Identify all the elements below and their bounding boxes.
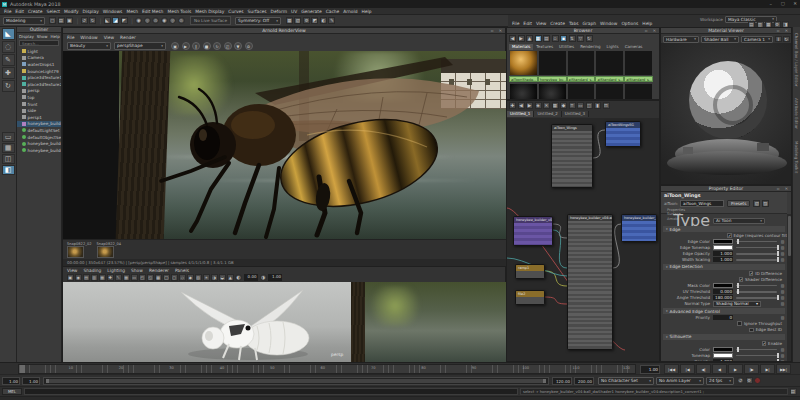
menu-item[interactable]: Deform bbox=[271, 9, 287, 14]
small-swatches-icon[interactable]: ▫ bbox=[552, 35, 559, 42]
material-swatch[interactable] bbox=[624, 83, 653, 101]
section-header[interactable]: ▾Silhouette bbox=[663, 334, 785, 340]
color-swatch[interactable] bbox=[713, 245, 733, 250]
save-image-button[interactable]: ▼ bbox=[234, 42, 242, 50]
forward-icon[interactable]: ▶ bbox=[518, 35, 525, 42]
region-button[interactable]: ◰ bbox=[224, 42, 232, 50]
node-graph[interactable]: aiToon_Wings aiToonWingsSG honeybee_buil… bbox=[507, 118, 660, 363]
snapshot-thumbnail[interactable] bbox=[97, 246, 114, 258]
snap-projected-center-icon[interactable]: ◉ bbox=[161, 17, 168, 24]
character-set-dropdown[interactable]: No Character Set▾ bbox=[598, 377, 654, 385]
grid-view-icon[interactable]: ▦ bbox=[535, 35, 542, 42]
back-icon[interactable]: ◀ bbox=[509, 35, 516, 42]
command-input[interactable] bbox=[24, 388, 518, 395]
render-frame-icon[interactable]: ▦ bbox=[286, 17, 293, 24]
parent-icon[interactable]: ▲ bbox=[526, 35, 533, 42]
hypershade-menu-item[interactable]: Window bbox=[600, 21, 617, 26]
file-save-icon[interactable]: ▣ bbox=[66, 17, 73, 24]
light-editor-icon[interactable]: ◐ bbox=[320, 17, 327, 24]
current-time-marker[interactable] bbox=[20, 365, 25, 373]
menu-item[interactable]: Arnold bbox=[343, 9, 357, 14]
playback-end-field[interactable]: 120.00 bbox=[552, 377, 572, 385]
step-forward-key-button[interactable]: |▶ bbox=[744, 364, 759, 374]
full-mode-icon[interactable]: ▮ bbox=[594, 102, 601, 109]
menu-item[interactable]: Mesh Tools bbox=[167, 9, 191, 14]
attribute-slider[interactable] bbox=[736, 355, 777, 357]
connect-texture-icon[interactable]: ▨ bbox=[780, 245, 785, 250]
animation-start-field[interactable]: 1.00 bbox=[2, 377, 20, 385]
show-connections-icon[interactable]: ≡ bbox=[569, 102, 576, 109]
exposure-field[interactable]: 0.00 bbox=[244, 274, 258, 281]
snap-point-icon[interactable]: ⊙ bbox=[152, 17, 159, 24]
bookmarks-icon[interactable]: ▥ bbox=[91, 274, 98, 281]
outliner-item[interactable]: side bbox=[17, 107, 61, 114]
exposure-icon[interactable]: ◐ bbox=[235, 274, 242, 281]
outliner-item[interactable]: defaultLightSet bbox=[17, 127, 61, 134]
attribute-slider[interactable] bbox=[736, 247, 777, 249]
file-new-icon[interactable]: ▢ bbox=[49, 17, 56, 24]
outliner-item[interactable]: persp bbox=[17, 88, 61, 95]
outliner-item[interactable]: defaultObjectSet bbox=[17, 134, 61, 141]
field-chart-icon[interactable]: ▩ bbox=[155, 274, 162, 281]
current-frame-field[interactable]: 1.00 bbox=[640, 365, 660, 374]
viewport-menu-item[interactable]: Panels bbox=[175, 268, 189, 273]
sidebar-vertical-tab[interactable]: Channel Box / Layer Editor bbox=[794, 33, 799, 86]
select-object-icon[interactable]: ◣ bbox=[104, 17, 111, 24]
material-swatch[interactable] bbox=[595, 50, 624, 76]
lights-icon[interactable]: ☀ bbox=[203, 274, 210, 281]
step-back-key-button[interactable]: ◀| bbox=[696, 364, 711, 374]
outliner-item[interactable]: waterDrops1 bbox=[17, 61, 61, 68]
attribute-value-field[interactable]: 1.000 bbox=[713, 257, 733, 262]
playback-loop-icon[interactable]: ↺ bbox=[737, 377, 744, 384]
hypershade-menu-item[interactable]: File bbox=[512, 21, 519, 26]
stop-button[interactable]: ■ bbox=[203, 42, 211, 50]
viewer-renderer-dropdown[interactable]: Hardware▾ bbox=[663, 36, 699, 43]
material-swatch[interactable] bbox=[538, 50, 567, 76]
film-gate-icon[interactable]: ▭ bbox=[131, 274, 138, 281]
property-scrollbar[interactable] bbox=[787, 214, 791, 362]
arnold-menu-item[interactable]: Render bbox=[120, 35, 136, 40]
minimize-button[interactable]: – bbox=[770, 1, 773, 7]
attribute-slider[interactable] bbox=[736, 285, 777, 287]
outliner-item[interactable]: place3dTexture2 bbox=[17, 81, 61, 88]
shader-node[interactable]: honeybee_builder_v04:aiToon_Body bbox=[567, 214, 613, 350]
rearrange-graph-icon[interactable]: ▦ bbox=[552, 102, 559, 109]
graph-downstream-icon[interactable]: ▶ bbox=[526, 102, 533, 109]
menu-item[interactable]: Mesh Display bbox=[195, 9, 224, 14]
type-dropdown[interactable]: Ai Toon▾ bbox=[713, 218, 765, 224]
connect-texture-icon[interactable]: ▨ bbox=[780, 283, 785, 288]
workarea-tab[interactable]: Untitled_2 bbox=[534, 111, 561, 117]
viewer-camera-dropdown[interactable]: Camera 1▾ bbox=[741, 36, 773, 43]
filter-icon[interactable]: ▽ bbox=[577, 35, 584, 42]
menu-item[interactable]: Edit Mesh bbox=[142, 9, 163, 14]
play-forwards-button[interactable]: ▶ bbox=[728, 364, 743, 374]
menu-item[interactable]: Display bbox=[83, 9, 99, 14]
arnold-menu-item[interactable]: View bbox=[104, 35, 114, 40]
symmetry-selector[interactable]: Symmetry: Off▾ bbox=[235, 17, 281, 25]
section-header[interactable]: ▾Advanced Edge Control bbox=[663, 308, 785, 314]
anim-layer-dropdown[interactable]: No Anim Layer▾ bbox=[656, 377, 704, 385]
command-language-toggle[interactable]: MEL bbox=[2, 388, 22, 395]
maximize-button[interactable]: ▢ bbox=[781, 1, 785, 6]
range-slider[interactable] bbox=[43, 377, 549, 385]
outliner-item[interactable]: bounceLight79 bbox=[17, 68, 61, 75]
hypershade-menu-item[interactable]: Edit bbox=[523, 21, 532, 26]
material-swatch-label[interactable]: aiStandard_s... bbox=[567, 76, 596, 82]
material-swatch[interactable] bbox=[624, 50, 653, 76]
auto-keyframe-button[interactable] bbox=[754, 377, 761, 384]
presets-button[interactable]: Presets bbox=[727, 200, 750, 207]
layout-hypershade-persp-icon[interactable]: ◧ bbox=[2, 165, 15, 175]
menu-item[interactable]: Curves bbox=[228, 9, 243, 14]
go-to-start-button[interactable]: |◀◀ bbox=[664, 364, 679, 374]
pin-selected-icon[interactable]: ◆ bbox=[560, 102, 567, 109]
simple-mode-icon[interactable]: ▭ bbox=[577, 102, 584, 109]
menu-item[interactable]: Mesh bbox=[126, 9, 138, 14]
no-live-surface-button[interactable]: No Live Surface bbox=[190, 16, 231, 25]
attribute-value-field[interactable]: 0 bbox=[713, 315, 733, 320]
menu-item[interactable]: Windows bbox=[103, 9, 123, 14]
menu-item[interactable]: File bbox=[4, 9, 11, 14]
outliner-item[interactable]: honeybee_builder_v04m bbox=[17, 140, 61, 147]
viewport-menu-item[interactable]: Shading bbox=[83, 268, 101, 273]
connect-texture-icon[interactable]: ▨ bbox=[780, 353, 785, 358]
rotate-tool-icon[interactable]: ↻ bbox=[2, 80, 15, 92]
